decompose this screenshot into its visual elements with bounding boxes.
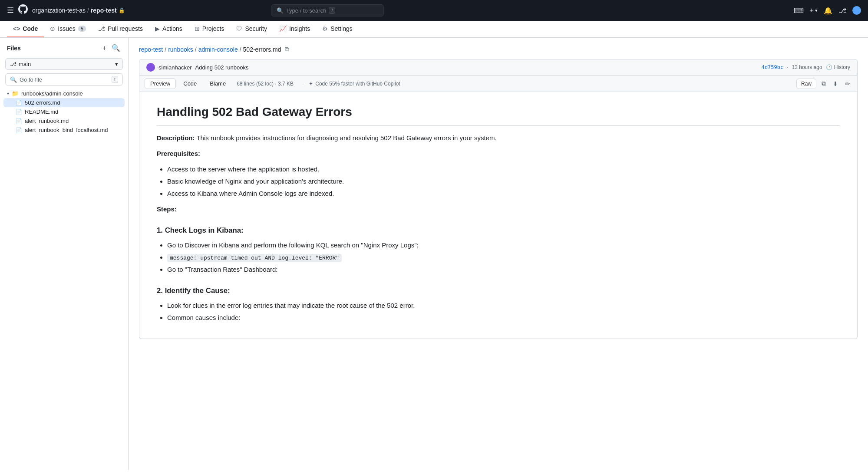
search-files-button[interactable]: 🔍 bbox=[111, 43, 121, 53]
hamburger-icon[interactable]: ☰ bbox=[7, 6, 14, 15]
breadcrumb-folder2[interactable]: admin-console bbox=[198, 46, 238, 53]
sidebar: Files + 🔍 ⎇ main ▾ 🔍 Go to file t ▾ bbox=[0, 38, 129, 470]
tree-file-readme[interactable]: 📄 README.md bbox=[3, 107, 125, 116]
github-logo bbox=[18, 4, 28, 16]
tab-security[interactable]: 🛡 Security bbox=[230, 21, 273, 37]
file-icon: 📄 bbox=[16, 109, 22, 115]
tab-blame[interactable]: Blame bbox=[204, 78, 231, 89]
tab-code[interactable]: Code bbox=[178, 78, 202, 89]
step2-list: Look for clues in the error log entries … bbox=[157, 300, 840, 323]
prerequisites-list: Access to the server where the applicati… bbox=[157, 164, 840, 199]
tree-file-alert-runbook-bind[interactable]: 📄 alert_runbook_bind_localhost.md bbox=[3, 125, 125, 135]
step1-label: 1. Check Logs in Kibana: bbox=[157, 225, 840, 237]
tab-actions[interactable]: ▶ Actions bbox=[149, 21, 188, 37]
tab-pr-label: Pull requests bbox=[108, 25, 143, 32]
sidebar-header-icons: + 🔍 bbox=[102, 43, 121, 53]
search-shortcut: / bbox=[329, 7, 335, 14]
search-box[interactable]: 🔍 Type / to search / bbox=[271, 4, 384, 16]
file-icon: 📄 bbox=[16, 127, 22, 133]
projects-icon: ⊞ bbox=[195, 25, 200, 32]
tab-insights-label: Insights bbox=[289, 25, 310, 32]
tab-projects[interactable]: ⊞ Projects bbox=[188, 21, 231, 37]
notifications-icon[interactable]: 🔔 bbox=[824, 7, 832, 15]
copy-path-button[interactable]: ⧉ bbox=[283, 45, 291, 54]
sidebar-title: Files bbox=[7, 45, 21, 52]
branch-selector[interactable]: ⎇ main ▾ bbox=[5, 58, 123, 70]
tab-pull-requests[interactable]: ⎇ Pull requests bbox=[92, 21, 149, 37]
branch-name: main bbox=[19, 61, 31, 67]
tree-file-502-errors[interactable]: 📄 502-errors.md bbox=[3, 98, 125, 107]
file-info: 68 lines (52 loc) · 3.7 KB bbox=[237, 81, 294, 87]
edit-button[interactable]: ✏ bbox=[843, 79, 852, 88]
tab-actions-label: Actions bbox=[162, 25, 182, 32]
tree-file-alert-runbook[interactable]: 📄 alert_runbook.md bbox=[3, 116, 125, 125]
issues-icon: ⊙ bbox=[50, 25, 55, 32]
commit-message: Adding 502 runbooks bbox=[195, 64, 249, 71]
commit-separator: · bbox=[787, 64, 788, 70]
insights-icon: 📈 bbox=[279, 25, 287, 32]
commit-author[interactable]: simianhacker bbox=[158, 64, 192, 71]
search-icon-small: 🔍 bbox=[10, 76, 17, 83]
commit-hash[interactable]: 4d759bc bbox=[762, 64, 784, 70]
file-name: README.md bbox=[25, 109, 58, 115]
copilot-text: Code 55% faster with GitHub Copilot bbox=[315, 81, 400, 87]
markdown-title: Handling 502 Bad Gateway Errors bbox=[157, 102, 840, 126]
author-avatar bbox=[146, 63, 155, 72]
code-icon: <> bbox=[13, 25, 20, 32]
list-item: Go to "Transaction Rates" Dashboard: bbox=[167, 264, 840, 275]
breadcrumb-repo[interactable]: repo-test bbox=[139, 46, 163, 53]
file-name: alert_runbook.md bbox=[25, 118, 69, 124]
tree-folder-runbooks-admin-console[interactable]: ▾ 📁 runbooks/admin-console bbox=[3, 89, 125, 98]
history-label: History bbox=[834, 64, 850, 70]
go-to-file-input[interactable]: 🔍 Go to file t bbox=[5, 73, 123, 86]
tab-settings[interactable]: ⚙ Settings bbox=[316, 21, 359, 37]
breadcrumb-folder1[interactable]: runbooks bbox=[168, 46, 193, 53]
description-text: This runbook provides instructions for d… bbox=[196, 134, 496, 142]
step2-label: 2. Identify the Cause: bbox=[157, 285, 840, 297]
file-meta-header: simianhacker Adding 502 runbooks 4d759bc… bbox=[139, 59, 858, 76]
list-item: Common causes include: bbox=[167, 313, 840, 323]
markdown-description: Description: This runbook provides instr… bbox=[157, 133, 840, 143]
folder-name: runbooks/admin-console bbox=[21, 90, 83, 97]
file-name: alert_runbook_bind_localhost.md bbox=[25, 127, 108, 133]
main-layout: Files + 🔍 ⎇ main ▾ 🔍 Go to file t ▾ bbox=[0, 38, 868, 470]
history-button[interactable]: 🕐 History bbox=[826, 64, 850, 70]
steps-label: Steps: bbox=[157, 204, 840, 214]
list-item: Access to Kibana where Admin Console log… bbox=[167, 188, 840, 199]
tab-settings-label: Settings bbox=[330, 25, 353, 32]
file-icon: 📄 bbox=[16, 118, 22, 124]
markdown-content: Handling 502 Bad Gateway Errors Descript… bbox=[139, 92, 858, 339]
list-item: Access to the server where the applicati… bbox=[167, 164, 840, 174]
chevron-down-icon: ▾ bbox=[7, 91, 9, 96]
breadcrumb-file: 502-errors.md bbox=[243, 46, 281, 53]
security-icon: 🛡 bbox=[236, 25, 242, 32]
tab-insights[interactable]: 📈 Insights bbox=[273, 21, 316, 37]
raw-button[interactable]: Raw bbox=[796, 79, 816, 89]
file-tabs: Preview Code Blame 68 lines (52 loc) · 3… bbox=[139, 76, 858, 92]
list-item: message: upstream timed out AND log.leve… bbox=[167, 252, 840, 263]
tab-projects-label: Projects bbox=[202, 25, 224, 32]
pull-requests-icon[interactable]: ⎇ bbox=[838, 7, 846, 15]
tab-preview[interactable]: Preview bbox=[145, 78, 176, 89]
folder-icon: 📁 bbox=[12, 90, 19, 97]
commit-time: 13 hours ago bbox=[792, 64, 822, 70]
user-avatar[interactable] bbox=[852, 6, 861, 15]
pr-icon: ⎇ bbox=[98, 25, 105, 32]
copy-content-button[interactable]: ⧉ bbox=[820, 79, 828, 88]
create-new-button[interactable]: +▾ bbox=[810, 7, 818, 14]
description-label: Description: bbox=[157, 134, 195, 142]
tab-issues[interactable]: ⊙ Issues 5 bbox=[44, 21, 92, 37]
tab-issues-label: Issues bbox=[58, 25, 75, 32]
branch-icon: ⎇ bbox=[10, 61, 17, 67]
download-button[interactable]: ⬇ bbox=[831, 79, 840, 88]
list-item: Basic knowledge of Nginx and your applic… bbox=[167, 176, 840, 187]
search-icon: 🔍 bbox=[277, 7, 284, 14]
chevron-down-icon: ▾ bbox=[115, 61, 118, 67]
repo-path: organization-test-as / repo-test 🔒 bbox=[32, 7, 125, 14]
terminal-icon[interactable]: ⌨ bbox=[794, 7, 804, 15]
search-placeholder: Type / to search bbox=[286, 7, 327, 14]
repo-name[interactable]: repo-test bbox=[91, 7, 117, 14]
add-file-button[interactable]: + bbox=[102, 43, 107, 53]
tab-code[interactable]: <> Code bbox=[7, 21, 44, 37]
history-icon: 🕐 bbox=[826, 64, 832, 70]
